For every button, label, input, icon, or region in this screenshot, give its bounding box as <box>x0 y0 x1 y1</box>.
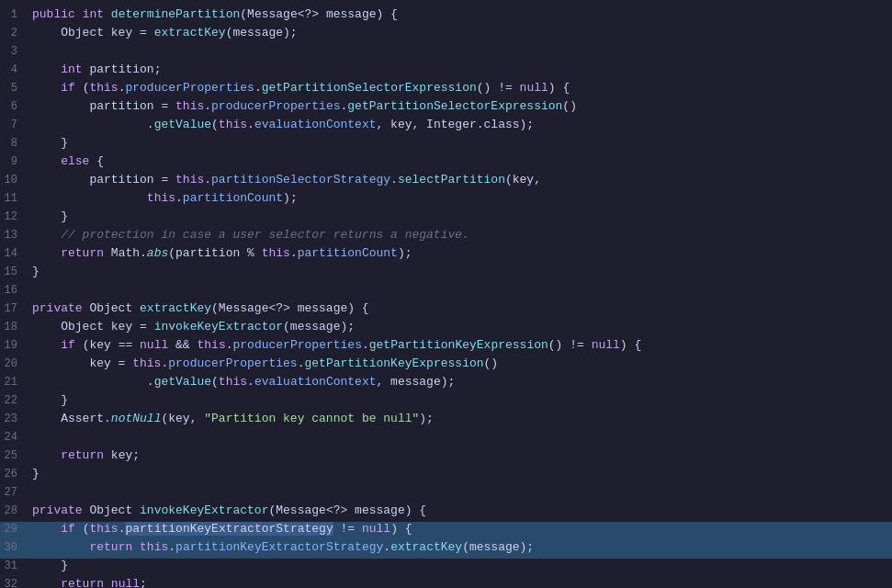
code-text: key = this.producerProperties.getPartiti… <box>32 356 892 370</box>
code-text: public int determinePartition(Message<?>… <box>32 7 892 21</box>
code-text <box>32 44 892 58</box>
code-line: 10 partition = this.partitionSelectorStr… <box>0 173 892 191</box>
code-line: 16 <box>0 283 892 301</box>
line-number: 12 <box>0 210 32 223</box>
code-text: } <box>32 136 892 150</box>
code-text: return this.partitionKeyExtractorStrateg… <box>32 540 892 554</box>
line-number: 19 <box>0 339 32 352</box>
code-line: 21 .getValue(this.evaluationContext, mes… <box>0 375 892 393</box>
code-line: 17 private Object extractKey(Message<?> … <box>0 301 892 320</box>
code-line: 12 } <box>0 209 892 228</box>
code-text: .getValue(this.evaluationContext, messag… <box>32 375 892 389</box>
code-text <box>32 485 892 499</box>
line-number: 15 <box>0 266 32 278</box>
code-text: Assert.notNull(key, "Partition key canno… <box>32 412 892 425</box>
code-text: return Math.abs(partition % this.partiti… <box>32 246 892 260</box>
code-line: 11 this.partitionCount); <box>0 191 892 209</box>
code-line: 13 // protection in case a user selector… <box>0 228 892 246</box>
code-text: partition = this.producerProperties.getP… <box>32 99 892 113</box>
code-text: } <box>32 209 892 223</box>
line-number: 9 <box>0 155 32 168</box>
line-number: 25 <box>0 449 32 462</box>
line-number: 1 <box>0 8 32 21</box>
code-line: 2 Object key = extractKey(message); <box>0 26 892 44</box>
line-number: 18 <box>0 321 32 334</box>
code-line: 22 } <box>0 393 892 412</box>
code-line: 28 private Object invokeKeyExtractor(Mes… <box>0 503 892 522</box>
code-text: } <box>32 393 892 407</box>
line-number: 21 <box>0 376 32 389</box>
code-line: 31 } <box>0 559 892 577</box>
code-line: 8 } <box>0 136 892 154</box>
code-line: 7 .getValue(this.evaluationContext, key,… <box>0 118 892 136</box>
line-number: 23 <box>0 413 32 425</box>
code-editor: 1 public int determinePartition(Message<… <box>0 0 892 588</box>
code-line: 3 <box>0 44 892 62</box>
code-text: int partition; <box>32 62 892 76</box>
code-line: 25 return key; <box>0 448 892 467</box>
code-text: } <box>32 559 892 572</box>
code-text: return null; <box>32 577 892 588</box>
code-line: 15 } <box>0 265 892 283</box>
code-line: 14 return Math.abs(partition % this.part… <box>0 246 892 265</box>
line-number: 13 <box>0 229 32 242</box>
code-text: Object key = extractKey(message); <box>32 26 892 40</box>
code-text: } <box>32 265 892 278</box>
line-number: 4 <box>0 63 32 76</box>
code-line: 24 <box>0 430 892 448</box>
line-number: 14 <box>0 247 32 260</box>
code-text: Object key = invokeKeyExtractor(message)… <box>32 320 892 334</box>
line-number: 30 <box>0 541 32 554</box>
line-number: 29 <box>0 523 32 536</box>
line-number: 22 <box>0 394 32 407</box>
code-text: else { <box>32 154 892 168</box>
code-line: 4 int partition; <box>0 62 892 81</box>
code-text: private Object invokeKeyExtractor(Messag… <box>32 503 892 517</box>
line-number: 24 <box>0 431 32 444</box>
line-number: 8 <box>0 137 32 150</box>
code-text: this.partitionCount); <box>32 191 892 205</box>
code-text: partition = this.partitionSelectorStrate… <box>32 173 892 187</box>
code-text: } <box>32 467 892 481</box>
line-number: 3 <box>0 45 32 58</box>
code-line: 27 <box>0 485 892 503</box>
line-number: 32 <box>0 578 32 588</box>
code-line: 23 Assert.notNull(key, "Partition key ca… <box>0 412 892 430</box>
line-number: 7 <box>0 119 32 131</box>
code-line: 18 Object key = invokeKeyExtractor(messa… <box>0 320 892 338</box>
code-text: return key; <box>32 448 892 462</box>
line-number: 28 <box>0 504 32 517</box>
code-text: if (this.partitionKeyExtractorStrategy !… <box>32 522 892 536</box>
code-line: 1 public int determinePartition(Message<… <box>0 7 892 26</box>
code-line: 19 if (key == null && this.producerPrope… <box>0 338 892 356</box>
code-line-highlighted: 29 if (this.partitionKeyExtractorStrateg… <box>0 522 892 540</box>
line-number: 2 <box>0 27 32 40</box>
code-line: 6 partition = this.producerProperties.ge… <box>0 99 892 118</box>
line-number: 31 <box>0 560 32 572</box>
code-line-highlighted: 30 return this.partitionKeyExtractorStra… <box>0 540 892 559</box>
line-number: 17 <box>0 302 32 315</box>
code-text <box>32 283 892 297</box>
code-text: // protection in case a user selector re… <box>32 228 892 242</box>
code-line: 32 return null; <box>0 577 892 588</box>
code-line: 26 } <box>0 467 892 485</box>
line-number: 6 <box>0 100 32 113</box>
line-number: 27 <box>0 486 32 499</box>
code-line: 5 if (this.producerProperties.getPartiti… <box>0 81 892 99</box>
line-number: 20 <box>0 357 32 370</box>
line-number: 16 <box>0 284 32 297</box>
line-number: 5 <box>0 82 32 95</box>
code-line: 20 key = this.producerProperties.getPart… <box>0 356 892 375</box>
line-number: 11 <box>0 192 32 205</box>
line-number: 26 <box>0 468 32 481</box>
line-number: 10 <box>0 174 32 187</box>
code-text <box>32 430 892 444</box>
code-text: if (key == null && this.producerProperti… <box>32 338 892 352</box>
code-text: .getValue(this.evaluationContext, key, I… <box>32 118 892 131</box>
code-text: if (this.producerProperties.getPartition… <box>32 81 892 95</box>
code-line: 9 else { <box>0 154 892 173</box>
code-text: private Object extractKey(Message<?> mes… <box>32 301 892 315</box>
